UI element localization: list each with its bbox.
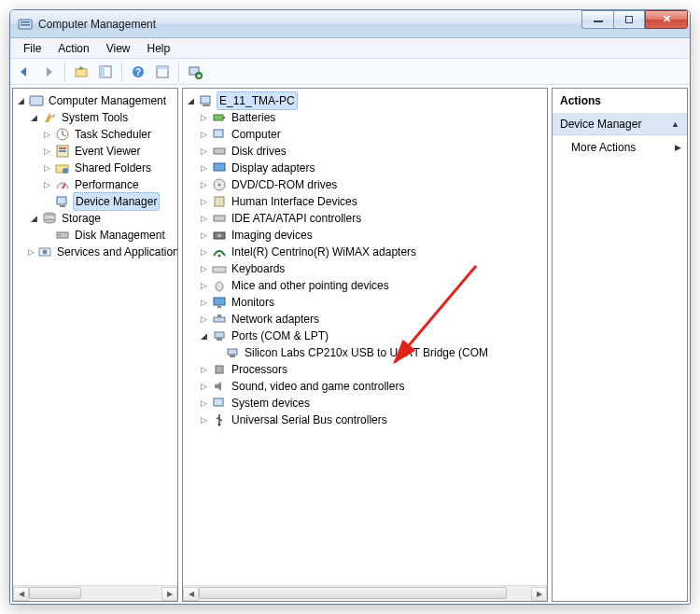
close-button[interactable]: ✕ [645, 10, 688, 29]
expand-icon[interactable]: ▷ [41, 176, 52, 193]
cat-label: Computer [230, 126, 283, 143]
back-button[interactable] [14, 62, 35, 82]
collapse-icon: ▲ [671, 119, 679, 129]
actions-more[interactable]: More Actions ▶ [553, 135, 687, 160]
expand-icon[interactable]: ▷ [198, 294, 209, 311]
tree-root[interactable]: ◢ Computer Management [15, 92, 175, 109]
scroll-right-button[interactable]: ▶ [161, 587, 177, 601]
forward-button[interactable] [38, 62, 59, 82]
tree-performance[interactable]: ▷ Performance [15, 176, 175, 193]
cat-label: Sound, video and game controllers [230, 378, 406, 395]
menu-file[interactable]: File [16, 40, 49, 57]
expand-icon[interactable]: ▷ [198, 244, 209, 260]
expand-icon[interactable]: ▷ [41, 126, 52, 143]
expand-icon[interactable]: ▷ [41, 160, 52, 176]
actions-title: Actions [553, 89, 687, 114]
tree-label: Computer Management [47, 92, 168, 109]
expand-icon[interactable]: ▷ [198, 311, 209, 328]
expand-icon[interactable]: ◢ [28, 210, 39, 227]
menu-help[interactable]: Help [140, 40, 178, 57]
expand-icon[interactable]: ▷ [198, 395, 209, 412]
device-uart[interactable]: ▷Silicon Labs CP210x USB to UART Bridge … [185, 344, 545, 361]
cat-label: Ports (COM & LPT) [230, 328, 330, 344]
tree-storage[interactable]: ◢ Storage [15, 210, 175, 227]
scroll-thumb[interactable] [199, 587, 507, 599]
minimize-button[interactable] [581, 10, 613, 29]
expand-icon[interactable]: ◢ [185, 92, 196, 109]
expand-icon[interactable]: ▷ [198, 277, 209, 294]
cat-usb[interactable]: ▷Universal Serial Bus controllers [185, 412, 545, 428]
refresh-button[interactable] [185, 62, 205, 82]
cat-processors[interactable]: ▷Processors [185, 361, 545, 378]
menu-action[interactable]: Action [50, 40, 96, 57]
cat-sound[interactable]: ▷Sound, video and game controllers [185, 378, 545, 395]
expand-icon[interactable]: ▷ [198, 109, 209, 126]
cat-disk-drives[interactable]: ▷Disk drives [185, 143, 545, 160]
menu-view[interactable]: View [99, 40, 138, 57]
maximize-button[interactable] [613, 10, 645, 29]
cat-wimax[interactable]: ▷Intel(R) Centrino(R) WiMAX adapters [185, 244, 545, 260]
expand-icon[interactable]: ▷ [198, 378, 209, 395]
cat-ports[interactable]: ◢Ports (COM & LPT) [185, 328, 545, 344]
tree-disk-management[interactable]: ▷ Disk Management [15, 227, 175, 244]
svg-rect-37 [215, 197, 224, 206]
cat-hid[interactable]: ▷Human Interface Devices [185, 193, 545, 210]
cat-label: Batteries [230, 109, 277, 126]
cat-keyboards[interactable]: ▷Keyboards [185, 260, 545, 277]
cat-ide[interactable]: ▷IDE ATA/ATAPI controllers [185, 210, 545, 227]
show-hide-tree-button[interactable] [95, 62, 116, 82]
cat-network[interactable]: ▷Network adapters [185, 311, 545, 328]
scroll-left-button[interactable]: ◀ [13, 587, 29, 601]
expand-icon[interactable]: ▷ [198, 361, 209, 378]
device-manager-icon [55, 194, 70, 209]
tree-task-scheduler[interactable]: ▷ Task Scheduler [15, 126, 175, 143]
imaging-icon [212, 228, 227, 243]
cat-batteries[interactable]: ▷Batteries [185, 109, 545, 126]
tree-shared-folders[interactable]: ▷ Shared Folders [15, 160, 175, 176]
device-tree[interactable]: ◢ E_11_TMA-PC ▷Batteries ▷Computer ▷Disk… [183, 89, 547, 585]
help-button[interactable]: ? [128, 62, 148, 82]
scroll-thumb[interactable] [29, 587, 81, 599]
tree-device-manager[interactable]: ▷ Device Manager [15, 193, 175, 210]
system-tools-icon [42, 110, 57, 125]
properties-button[interactable] [152, 62, 173, 82]
expand-icon[interactable]: ▷ [198, 210, 209, 227]
expand-icon[interactable]: ◢ [15, 92, 26, 109]
expand-icon[interactable]: ▷ [198, 193, 209, 210]
cat-computer[interactable]: ▷Computer [185, 126, 545, 143]
cat-imaging[interactable]: ▷Imaging devices [185, 227, 545, 244]
tree-services[interactable]: ▷ Services and Applications [15, 244, 175, 260]
expand-icon[interactable]: ◢ [28, 109, 39, 126]
cat-dvd[interactable]: ▷DVD/CD-ROM drives [185, 176, 545, 193]
expand-icon[interactable]: ▷ [28, 244, 35, 260]
up-button[interactable] [71, 62, 91, 82]
cat-label: Monitors [230, 294, 276, 311]
svg-rect-3 [76, 69, 87, 77]
expand-icon[interactable]: ▷ [198, 143, 209, 160]
expand-icon[interactable]: ▷ [41, 143, 52, 160]
cat-monitors[interactable]: ▷Monitors [185, 294, 545, 311]
hscrollbar[interactable]: ◀ ▶ [13, 585, 177, 601]
expand-icon[interactable]: ▷ [198, 227, 209, 244]
expand-icon[interactable]: ▷ [198, 160, 209, 176]
scroll-right-button[interactable]: ▶ [531, 587, 547, 601]
actions-selected-group[interactable]: Device Manager ▲ [553, 114, 687, 135]
scroll-left-button[interactable]: ◀ [183, 587, 199, 601]
titlebar[interactable]: Computer Management ✕ [10, 10, 690, 38]
cat-display[interactable]: ▷Display adapters [185, 160, 545, 176]
svg-rect-30 [214, 115, 223, 120]
device-root[interactable]: ◢ E_11_TMA-PC [185, 92, 545, 109]
cat-mice[interactable]: ▷Mice and other pointing devices [185, 277, 545, 294]
tree-event-viewer[interactable]: ▷ Event Viewer [15, 143, 175, 160]
expand-icon[interactable]: ▷ [198, 126, 209, 143]
expand-icon[interactable]: ▷ [198, 176, 209, 193]
expand-icon[interactable]: ▷ [198, 260, 209, 277]
cat-system[interactable]: ▷System devices [185, 395, 545, 412]
app-icon [18, 17, 33, 32]
console-tree[interactable]: ◢ Computer Management ◢ System Tools ▷ T… [13, 89, 177, 585]
expand-icon[interactable]: ▷ [198, 412, 209, 428]
expand-icon[interactable]: ◢ [198, 328, 209, 344]
tree-system-tools[interactable]: ◢ System Tools [15, 109, 175, 126]
svg-rect-29 [203, 105, 210, 106]
hscrollbar[interactable]: ◀ ▶ [183, 585, 547, 601]
